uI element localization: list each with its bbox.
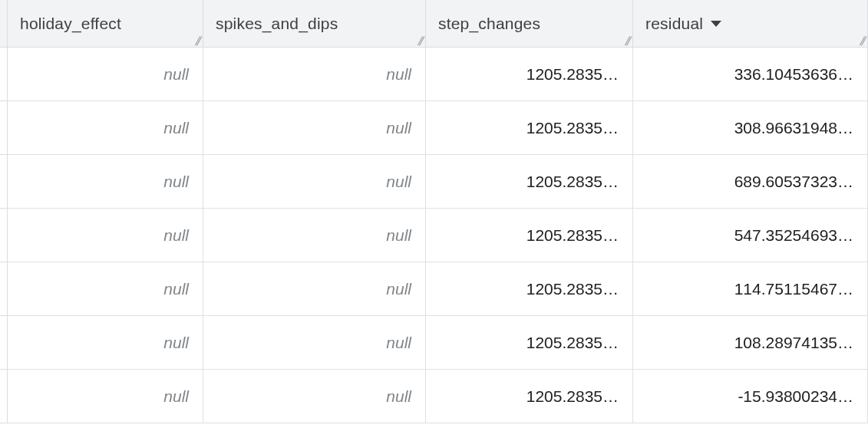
cell-spikes_and_dips[interactable]: null — [203, 101, 426, 155]
cell-residual[interactable]: 547.35254693… — [633, 209, 868, 262]
cell-value: 689.60537323… — [734, 173, 853, 191]
table-row[interactable]: null null 1205.2835… 308.96631948… — [0, 101, 868, 155]
cell-step_changes[interactable]: 1205.2835… — [426, 48, 633, 101]
cell-step_changes[interactable]: 1205.2835… — [426, 316, 633, 370]
cell-value: 1205.2835… — [526, 173, 619, 191]
column-header-holiday_effect[interactable]: holiday_effect // — [8, 0, 203, 48]
cell-holiday_effect[interactable]: null — [8, 209, 203, 262]
cell-value: 1205.2835… — [526, 119, 619, 137]
resize-handle-icon[interactable]: // — [860, 38, 866, 45]
null-value: null — [163, 173, 189, 191]
resize-handle-icon[interactable]: // — [195, 38, 201, 45]
null-value: null — [163, 280, 189, 298]
sort-desc-icon — [711, 21, 721, 27]
row-gutter — [0, 262, 8, 316]
resize-handle-icon[interactable]: // — [625, 38, 631, 45]
null-value: null — [386, 334, 411, 352]
cell-spikes_and_dips[interactable]: null — [203, 316, 426, 370]
cell-holiday_effect[interactable]: null — [8, 101, 203, 155]
table-row[interactable]: null null 1205.2835… -15.93800234… — [0, 370, 868, 423]
column-header-residual[interactable]: residual // — [633, 0, 868, 48]
null-value: null — [386, 119, 411, 137]
cell-residual[interactable]: 108.28974135… — [633, 316, 868, 370]
cell-holiday_effect[interactable]: null — [8, 262, 203, 316]
cell-spikes_and_dips[interactable]: null — [203, 48, 426, 101]
null-value: null — [163, 65, 189, 84]
table-row[interactable]: null null 1205.2835… 114.75115467… — [0, 262, 868, 316]
cell-value: -15.93800234… — [738, 387, 853, 406]
table-row[interactable]: null null 1205.2835… 336.10453636… — [0, 48, 868, 101]
row-gutter — [0, 0, 8, 48]
resize-handle-icon[interactable]: // — [417, 38, 424, 45]
cell-step_changes[interactable]: 1205.2835… — [426, 209, 633, 262]
null-value: null — [163, 334, 189, 352]
column-header-label: spikes_and_dips — [216, 15, 338, 33]
cell-residual[interactable]: 336.10453636… — [633, 48, 868, 101]
cell-value: 1205.2835… — [526, 65, 619, 84]
null-value: null — [386, 173, 411, 191]
cell-holiday_effect[interactable]: null — [8, 316, 203, 370]
null-value: null — [386, 387, 411, 406]
column-header-label: residual — [645, 15, 703, 33]
cell-holiday_effect[interactable]: null — [8, 48, 203, 101]
data-table: holiday_effect // spikes_and_dips // ste… — [0, 0, 868, 423]
table-row[interactable]: null null 1205.2835… 689.60537323… — [0, 155, 868, 209]
cell-spikes_and_dips[interactable]: null — [203, 370, 426, 423]
cell-step_changes[interactable]: 1205.2835… — [426, 101, 633, 155]
cell-value: 114.75115467… — [734, 280, 853, 298]
cell-residual[interactable]: 689.60537323… — [633, 155, 868, 209]
cell-value: 1205.2835… — [526, 334, 619, 352]
row-gutter — [0, 209, 8, 262]
null-value: null — [163, 387, 189, 406]
cell-spikes_and_dips[interactable]: null — [203, 155, 426, 209]
cell-value: 1205.2835… — [526, 387, 619, 406]
cell-spikes_and_dips[interactable]: null — [203, 209, 426, 262]
null-value: null — [163, 119, 189, 137]
cell-residual[interactable]: 114.75115467… — [633, 262, 868, 316]
row-gutter — [0, 155, 8, 209]
cell-holiday_effect[interactable]: null — [8, 155, 203, 209]
cell-value: 1205.2835… — [526, 226, 619, 245]
row-gutter — [0, 48, 8, 101]
column-header-spikes_and_dips[interactable]: spikes_and_dips // — [203, 0, 426, 48]
table-header-row: holiday_effect // spikes_and_dips // ste… — [0, 0, 868, 48]
cell-value: 308.96631948… — [734, 119, 853, 137]
column-header-label: step_changes — [438, 15, 540, 33]
null-value: null — [386, 280, 411, 298]
row-gutter — [0, 316, 8, 370]
null-value: null — [386, 65, 411, 84]
row-gutter — [0, 101, 8, 155]
cell-value: 1205.2835… — [526, 280, 619, 298]
cell-step_changes[interactable]: 1205.2835… — [426, 155, 633, 209]
cell-residual[interactable]: -15.93800234… — [633, 370, 868, 423]
column-header-step_changes[interactable]: step_changes // — [426, 0, 633, 48]
cell-value: 547.35254693… — [734, 226, 853, 245]
cell-value: 108.28974135… — [734, 334, 853, 352]
row-gutter — [0, 370, 8, 423]
cell-residual[interactable]: 308.96631948… — [633, 101, 868, 155]
null-value: null — [163, 226, 189, 245]
cell-value: 336.10453636… — [734, 65, 853, 84]
cell-spikes_and_dips[interactable]: null — [203, 262, 426, 316]
cell-holiday_effect[interactable]: null — [8, 370, 203, 423]
table-row[interactable]: null null 1205.2835… 108.28974135… — [0, 316, 868, 370]
column-header-label: holiday_effect — [20, 15, 121, 33]
cell-step_changes[interactable]: 1205.2835… — [426, 370, 633, 423]
table-row[interactable]: null null 1205.2835… 547.35254693… — [0, 209, 868, 262]
cell-step_changes[interactable]: 1205.2835… — [426, 262, 633, 316]
null-value: null — [386, 226, 411, 245]
